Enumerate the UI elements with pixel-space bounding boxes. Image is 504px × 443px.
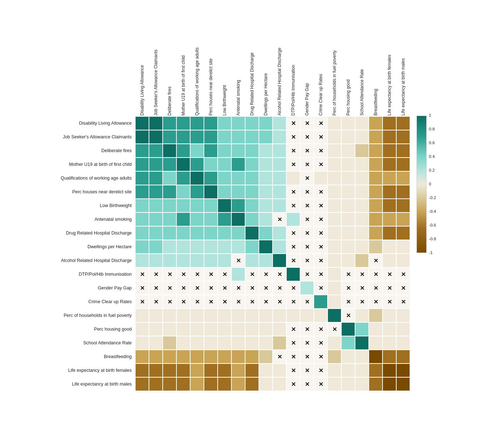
cell (176, 240, 190, 254)
cell (341, 158, 355, 171)
cell (286, 309, 300, 322)
col-labels-and-grid-col: Disability Living AllowanceJob Seeker's … (135, 7, 410, 391)
cell (369, 240, 383, 254)
cell (135, 309, 149, 322)
cell (383, 377, 396, 391)
cell (369, 199, 383, 212)
cell (355, 254, 369, 267)
cell (328, 309, 341, 322)
cell: ✕ (300, 254, 314, 267)
cell (259, 364, 273, 377)
cell: ✕ (314, 267, 328, 281)
cell: ✕ (135, 281, 149, 295)
cell: ✕ (204, 267, 218, 281)
grid-row: ✕✕✕ (135, 199, 410, 212)
cell: ✕ (300, 171, 314, 185)
cell (355, 226, 369, 240)
col-label: Life expectancy at birth males (401, 7, 406, 116)
cell (383, 254, 396, 267)
cell (383, 116, 396, 130)
cell: ✕ (314, 226, 328, 240)
cell (245, 322, 259, 336)
cell (163, 212, 176, 226)
cell: ✕ (300, 267, 314, 281)
cell (396, 240, 410, 254)
cell (259, 212, 273, 226)
cell (341, 116, 355, 130)
cell: ✕ (286, 144, 300, 158)
cell: ✕ (300, 240, 314, 254)
cell (355, 171, 369, 185)
cell (383, 226, 396, 240)
grid-row: ✕✕✕ (135, 116, 410, 130)
col-label-wrapper: Alcohol Related Hospital Discharge (273, 7, 286, 116)
cell (218, 185, 231, 199)
cell (135, 226, 149, 240)
cell (190, 336, 204, 350)
cell: ✕ (355, 295, 369, 309)
col-label-wrapper: Drug Related Hospital Discharge (245, 7, 259, 116)
col-label-wrapper: School Attendance Rate (355, 7, 369, 116)
cell (328, 281, 341, 295)
cell (190, 309, 204, 322)
legend-tick: 0.6 (429, 141, 435, 145)
cell: ✕ (369, 254, 383, 267)
cell: ✕ (163, 281, 176, 295)
cell (135, 377, 149, 391)
col-label: Perc houses near derelict site (208, 7, 213, 116)
cell (328, 199, 341, 212)
row-label: Job Seeker's Allowance Claimants (61, 130, 134, 144)
cell: ✕ (286, 350, 300, 364)
cell (163, 364, 176, 377)
cell: ✕ (300, 377, 314, 391)
cell (190, 158, 204, 171)
cell (369, 322, 383, 336)
cell (273, 226, 286, 240)
cell: ✕ (273, 267, 286, 281)
cell (328, 364, 341, 377)
cell (259, 240, 273, 254)
cell (190, 171, 204, 185)
cell: ✕ (341, 309, 355, 322)
cell (163, 350, 176, 364)
cell (176, 364, 190, 377)
top-labels-and-grid: Disability Living AllowanceJob Seeker's … (61, 7, 410, 391)
cell: ✕ (300, 130, 314, 144)
cell: ✕ (328, 322, 341, 336)
cell (218, 212, 231, 226)
cell (245, 130, 259, 144)
cell (259, 116, 273, 130)
cell (176, 199, 190, 212)
cell: ✕ (245, 267, 259, 281)
cell (163, 130, 176, 144)
cell: ✕ (259, 281, 273, 295)
row-label: Low Birthweight (61, 199, 134, 212)
cell (204, 350, 218, 364)
cell (273, 158, 286, 171)
legend-tick: -0.8 (429, 237, 436, 241)
cell (218, 144, 231, 158)
cell (218, 199, 231, 212)
cell (355, 116, 369, 130)
cell (245, 309, 259, 322)
cell (204, 185, 218, 199)
cell: ✕ (300, 199, 314, 212)
col-label: Job Seeker's Allowance Claimants (153, 7, 158, 116)
cell (355, 336, 369, 350)
grid-row: ✕✕✕✕✕✕✕✕✕✕✕✕✕✕✕✕✕✕ (135, 281, 410, 295)
grid-row: ✕✕✕✕ (135, 322, 410, 336)
cell: ✕ (273, 212, 286, 226)
cell: ✕ (218, 295, 231, 309)
cell: ✕ (218, 267, 231, 281)
legend-tick: 0.4 (429, 154, 435, 159)
cell (135, 158, 149, 171)
col-label: Low Birthweight (222, 7, 227, 116)
cell: ✕ (314, 240, 328, 254)
cell: ✕ (135, 267, 149, 281)
cell (396, 322, 410, 336)
cell (369, 144, 383, 158)
cell (355, 364, 369, 377)
cell (328, 350, 341, 364)
cell (149, 116, 163, 130)
cell (231, 199, 245, 212)
